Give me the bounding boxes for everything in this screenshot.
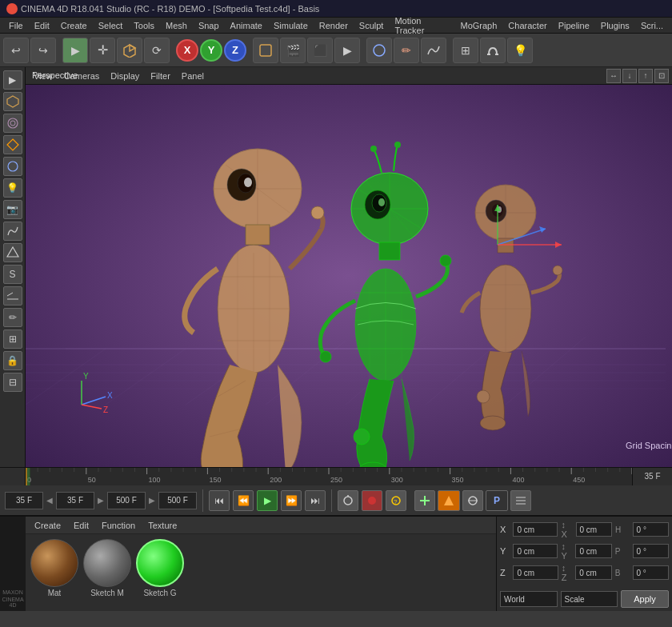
axis-x-button[interactable]: X	[176, 39, 198, 62]
lt-select[interactable]: ▶	[3, 70, 22, 90]
vm-filter[interactable]: Filter	[146, 70, 174, 82]
lt-nurbs[interactable]	[3, 114, 22, 133]
tp-goto-end[interactable]: ⏭	[305, 490, 326, 511]
tp-key-settings[interactable]	[438, 490, 460, 511]
tp-motion-path[interactable]	[462, 490, 483, 511]
menu-motion-tracker[interactable]: Motion Tracker	[389, 14, 454, 37]
svg-point-63	[370, 146, 377, 152]
lt-paint[interactable]: ✏	[3, 308, 22, 327]
tp-play[interactable]: ▶	[257, 490, 278, 511]
sculpt-button[interactable]	[366, 38, 392, 63]
coord-h-value[interactable]: 0 °	[633, 522, 669, 537]
material-item-1[interactable]: Sketch M	[83, 539, 131, 597]
render-region-button[interactable]: ⬛	[307, 38, 333, 63]
menu-file[interactable]: File	[3, 19, 29, 32]
lt-spline[interactable]	[3, 222, 22, 241]
vm-panel[interactable]: Panel	[177, 70, 209, 82]
lt-grid-snap[interactable]: ⊞	[3, 329, 22, 349]
material-item-2[interactable]: Sketch G	[136, 539, 184, 597]
coord-p-value[interactable]: 0 °	[633, 544, 669, 558]
menu-snap[interactable]: Snap	[193, 19, 225, 32]
mat-create[interactable]: Create	[29, 519, 66, 532]
menu-script[interactable]: Scri...	[635, 19, 669, 32]
material-list: Mat Sketch M Sketch G	[26, 534, 496, 611]
tp-preview-end[interactable]: 500 F	[158, 492, 197, 509]
rotate-button[interactable]: ⟳	[144, 38, 170, 63]
cube-button[interactable]	[117, 38, 142, 63]
menu-simulate[interactable]: Simulate	[268, 19, 314, 32]
apply-button[interactable]: Apply	[621, 590, 669, 608]
menu-pipeline[interactable]: Pipeline	[553, 19, 595, 32]
redo-button[interactable]: ↪	[30, 38, 56, 63]
timeline-ruler[interactable]	[26, 468, 632, 485]
coord-x2-value[interactable]: 0 cm	[576, 522, 612, 537]
lt-lock[interactable]: 🔒	[3, 351, 22, 370]
object-mode-button[interactable]	[253, 38, 278, 63]
lights-button[interactable]: 💡	[507, 38, 533, 63]
coord-scale-dropdown[interactable]: Scale	[561, 591, 618, 607]
lt-deformer[interactable]	[3, 135, 22, 154]
tp-p-letter[interactable]: P	[486, 490, 508, 511]
svg-marker-1	[130, 45, 135, 51]
menu-mograph[interactable]: MoGraph	[455, 19, 503, 32]
mat-texture[interactable]: Texture	[142, 519, 182, 532]
lt-polygon[interactable]	[3, 243, 22, 262]
tp-preview-start[interactable]: 500 F	[107, 492, 146, 509]
vi-up[interactable]: ↑	[638, 69, 653, 83]
lt-floor[interactable]: ⊟	[3, 373, 22, 392]
mat-edit[interactable]: Edit	[68, 519, 94, 532]
menu-tools[interactable]: Tools	[128, 19, 160, 32]
coord-z-value[interactable]: 0 cm	[513, 565, 558, 580]
tp-key-selection[interactable]: ?	[386, 490, 406, 511]
lt-camera[interactable]: 📷	[3, 200, 22, 219]
coord-y-value[interactable]: 0 cm	[513, 544, 558, 558]
coord-mode-dropdown[interactable]: World	[500, 591, 558, 607]
tp-current-frame[interactable]: 35 F	[56, 492, 94, 509]
tp-add-key[interactable]	[414, 490, 435, 511]
coord-b-value[interactable]: 0 °	[633, 565, 670, 580]
coord-z2-value[interactable]: 0 cm	[575, 565, 612, 580]
magnet-button[interactable]	[480, 38, 506, 63]
tp-prev-frame[interactable]: ⏪	[233, 490, 254, 511]
menu-character[interactable]: Character	[502, 19, 552, 32]
cinema4d-logo: CINEMA 4D	[0, 597, 26, 608]
vi-down[interactable]: ↓	[622, 69, 637, 83]
grid-button[interactable]: ⊞	[453, 38, 478, 63]
tp-record[interactable]	[338, 490, 358, 511]
menu-mesh[interactable]: Mesh	[160, 19, 193, 32]
tp-auto-key[interactable]	[362, 490, 382, 511]
tp-grid-lines[interactable]	[510, 490, 531, 511]
axis-z-button[interactable]: Z	[224, 39, 246, 62]
menu-edit[interactable]: Edit	[29, 19, 55, 32]
render-button[interactable]: ▶	[334, 38, 360, 63]
lt-snapping[interactable]: S	[3, 265, 22, 284]
menu-render[interactable]: Render	[314, 19, 354, 32]
lt-environment[interactable]	[3, 157, 22, 176]
axis-y-button[interactable]: Y	[200, 39, 222, 62]
spline-button[interactable]	[421, 38, 446, 63]
tp-start-frame[interactable]: 35 F	[5, 492, 43, 509]
tp-goto-start[interactable]: ⏮	[209, 490, 230, 511]
lt-workplane[interactable]	[3, 286, 22, 306]
coord-x-value[interactable]: 0 cm	[513, 522, 558, 537]
camera-button[interactable]: 🎬	[280, 38, 306, 63]
lt-lights[interactable]: 💡	[3, 178, 22, 198]
svg-rect-65	[379, 242, 400, 260]
material-item-0[interactable]: Mat	[30, 539, 78, 597]
menu-sculpt[interactable]: Sculpt	[354, 19, 390, 32]
vi-move[interactable]: ↔	[606, 69, 621, 83]
menu-select[interactable]: Select	[93, 19, 129, 32]
vm-display[interactable]: Display	[106, 70, 144, 82]
vi-fullscreen[interactable]: ⊡	[654, 69, 669, 83]
tp-next-frame[interactable]: ⏩	[281, 490, 302, 511]
lt-cube[interactable]	[3, 92, 22, 111]
mat-function[interactable]: Function	[96, 519, 141, 532]
paint-button[interactable]: ✏	[394, 38, 419, 63]
move-tool-button[interactable]: ✛	[90, 38, 115, 63]
coord-y2-value[interactable]: 0 cm	[575, 544, 611, 558]
menu-animate[interactable]: Animate	[225, 19, 268, 32]
select-tool-button[interactable]: ▶	[62, 38, 88, 63]
undo-button[interactable]: ↩	[3, 38, 29, 63]
menu-plugins[interactable]: Plugins	[595, 19, 635, 32]
menu-create[interactable]: Create	[55, 19, 93, 32]
